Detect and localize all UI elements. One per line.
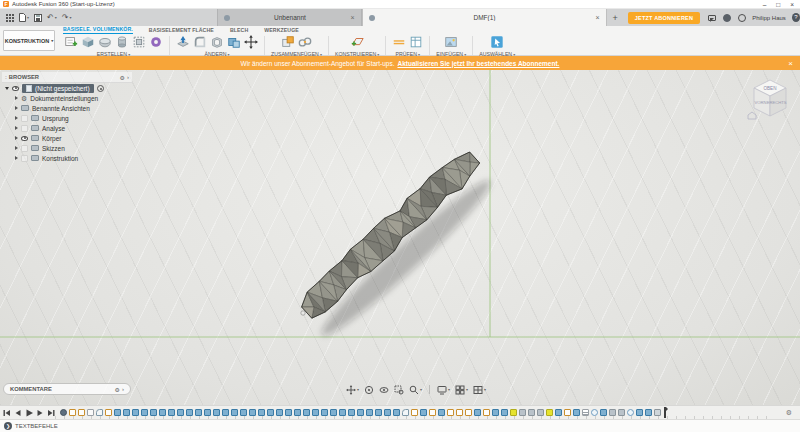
timeline-feature-solid-icon[interactable] bbox=[168, 409, 175, 416]
timeline-play-icon[interactable] bbox=[25, 409, 33, 417]
browser-item-dokumenteinstellungen[interactable]: ⚙ Dokumenteinstellungen bbox=[2, 93, 132, 103]
timeline-feature-solid-icon[interactable] bbox=[258, 409, 265, 416]
banner-close-icon[interactable]: × bbox=[788, 59, 793, 68]
timeline-settings-icon[interactable]: ⚙ bbox=[786, 409, 792, 417]
box-icon[interactable] bbox=[81, 35, 95, 49]
timeline-feature-solid-icon[interactable] bbox=[141, 409, 148, 416]
browser-item-skizzen[interactable]: Skizzen bbox=[2, 143, 132, 153]
timeline-feature-solid-icon[interactable] bbox=[222, 409, 229, 416]
timeline-feature-solid-icon[interactable] bbox=[159, 409, 166, 416]
timeline-feature-solid-icon[interactable] bbox=[321, 409, 328, 416]
browser-item-ursprung[interactable]: Ursprung bbox=[2, 113, 132, 123]
expand-icon[interactable] bbox=[15, 146, 18, 150]
timeline-feature-solid-icon[interactable] bbox=[294, 409, 301, 416]
expand-icon[interactable] bbox=[15, 156, 18, 160]
timeline-feature-solid-icon[interactable] bbox=[438, 409, 445, 416]
press-pull-icon[interactable] bbox=[176, 35, 190, 49]
visibility-eye-icon[interactable] bbox=[12, 86, 19, 91]
browser-settings-icon[interactable]: ⚙ bbox=[120, 74, 125, 81]
timeline-feature-sketch-icon[interactable] bbox=[456, 409, 463, 416]
browser-collapse-icon[interactable]: › bbox=[127, 74, 129, 80]
timeline-feature-sketch-icon[interactable] bbox=[483, 409, 490, 416]
timeline-step-back-icon[interactable] bbox=[14, 409, 22, 417]
maximize-button[interactable]: □ bbox=[776, 1, 780, 8]
form-icon[interactable] bbox=[98, 35, 112, 49]
timeline-feature-solid-icon[interactable] bbox=[285, 409, 292, 416]
expand-icon[interactable] bbox=[15, 96, 18, 100]
viewports-icon[interactable]: ▾ bbox=[473, 385, 486, 395]
section-table-icon[interactable] bbox=[409, 35, 423, 49]
job-status-icon[interactable] bbox=[723, 14, 731, 22]
timeline-feature-gray-icon[interactable] bbox=[519, 409, 526, 416]
expand-icon[interactable] bbox=[5, 87, 9, 90]
mesh-body[interactable] bbox=[302, 152, 480, 318]
help-button[interactable]: ? bbox=[792, 13, 800, 22]
timeline-feature-sketch-icon[interactable] bbox=[564, 409, 571, 416]
timeline-feature-solid-icon[interactable] bbox=[492, 409, 499, 416]
display-settings-icon[interactable]: ▾ bbox=[437, 385, 450, 395]
timeline-feature-sketch-icon[interactable] bbox=[429, 409, 436, 416]
timeline-feature-sketch-icon[interactable] bbox=[69, 409, 76, 416]
timeline-feature-sketch-icon[interactable] bbox=[465, 409, 472, 416]
joint-icon[interactable] bbox=[298, 35, 312, 49]
timeline-feature-solid-icon[interactable] bbox=[501, 409, 508, 416]
expand-icon[interactable] bbox=[15, 116, 18, 120]
timeline-feature-solid-icon[interactable] bbox=[240, 409, 247, 416]
workspace-selector[interactable]: KONSTRUKTION bbox=[3, 30, 55, 51]
origin-point[interactable] bbox=[301, 311, 305, 315]
browser-root-row[interactable]: (Nicht gespeichert) bbox=[2, 83, 132, 93]
visibility-slot[interactable] bbox=[21, 145, 28, 152]
save-icon[interactable] bbox=[34, 11, 42, 24]
notifications-icon[interactable] bbox=[738, 14, 746, 22]
zoom-window-icon[interactable] bbox=[394, 385, 404, 395]
text-commands-icon[interactable]: ❯ bbox=[4, 422, 12, 430]
timeline-skip-end-icon[interactable] bbox=[47, 409, 55, 417]
coil-icon[interactable] bbox=[149, 35, 163, 49]
browser-item-benannte-ansichten[interactable]: Benannte Ansichten bbox=[2, 103, 132, 113]
timeline-feature-solid-icon[interactable] bbox=[177, 409, 184, 416]
file-menu-icon[interactable]: ▾ bbox=[19, 11, 29, 24]
pattern-icon[interactable] bbox=[132, 35, 146, 49]
timeline-feature-solid-icon[interactable] bbox=[303, 409, 310, 416]
expand-icon[interactable] bbox=[15, 106, 18, 110]
close-button[interactable]: × bbox=[790, 1, 794, 8]
timeline-feature-solid-icon[interactable] bbox=[132, 409, 139, 416]
timeline-skip-start-icon[interactable] bbox=[3, 409, 11, 417]
timeline-feature-sketch-icon[interactable] bbox=[105, 409, 112, 416]
visibility-slot[interactable] bbox=[21, 115, 28, 122]
viewcube-top-label[interactable]: OBEN bbox=[763, 86, 776, 91]
comments-panel[interactable]: KOMMENTARE ⚙ › bbox=[3, 383, 131, 395]
timeline-feature-solid-icon[interactable] bbox=[474, 409, 481, 416]
timeline-feature-gray-icon[interactable] bbox=[609, 409, 616, 416]
zoom-icon[interactable]: ▾ bbox=[409, 385, 422, 395]
combine-icon[interactable] bbox=[227, 35, 241, 49]
tab-tools[interactable]: WERKZEUGE bbox=[264, 27, 299, 33]
fillet-icon[interactable] bbox=[193, 35, 207, 49]
timeline-feature-curve-icon[interactable] bbox=[402, 409, 409, 416]
expand-icon[interactable] bbox=[15, 136, 18, 140]
undo-icon[interactable]: ↶▾ bbox=[47, 11, 57, 24]
timeline-feature-solid-icon[interactable] bbox=[123, 409, 130, 416]
user-name[interactable]: Philipp Haus bbox=[752, 15, 786, 21]
tab-sheetmetal[interactable]: BLECH bbox=[230, 27, 248, 33]
timeline-feature-solid-icon[interactable] bbox=[204, 409, 211, 416]
orbit-icon[interactable] bbox=[364, 385, 374, 395]
new-tab-button[interactable]: + bbox=[607, 13, 624, 23]
viewcube[interactable]: OBEN VORNE RECHTS bbox=[744, 75, 796, 131]
shell-icon[interactable] bbox=[210, 35, 224, 49]
construction-plane-icon[interactable] bbox=[350, 35, 364, 49]
browser-item-konstruktion[interactable]: Konstruktion bbox=[2, 153, 132, 163]
viewcube-front-label[interactable]: VORNE bbox=[755, 100, 770, 105]
pan-icon[interactable]: ▾ bbox=[346, 385, 359, 395]
look-at-icon[interactable] bbox=[379, 385, 389, 395]
timeline-feature-sketch-icon[interactable] bbox=[78, 409, 85, 416]
timeline-feature-list-icon[interactable] bbox=[582, 409, 589, 416]
timeline-feature-sketch-icon[interactable] bbox=[411, 409, 418, 416]
viewport-canvas[interactable]: :: BROWSER ⚙ › (Nicht gespeichert) ⚙ Dok… bbox=[0, 70, 800, 405]
timeline-feature-solid-icon[interactable] bbox=[312, 409, 319, 416]
timeline-feature-yellow-icon[interactable] bbox=[510, 409, 517, 416]
timeline-feature-solid-icon[interactable] bbox=[357, 409, 364, 416]
cylinder-icon[interactable] bbox=[115, 35, 129, 49]
grid-snaps-icon[interactable]: ▾ bbox=[455, 385, 468, 395]
timeline-feature-gray-icon[interactable] bbox=[528, 409, 535, 416]
